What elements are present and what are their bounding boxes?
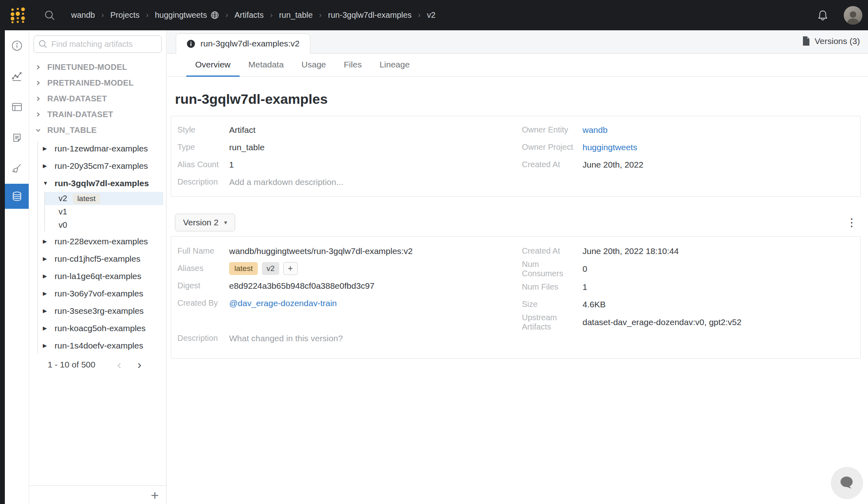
owner-project-link[interactable]: huggingtweets — [583, 143, 637, 152]
find-artifacts-input[interactable] — [34, 36, 162, 53]
field-label: Upstream Artifacts — [522, 313, 583, 332]
tree-run-1zewdmar[interactable]: ▶ run-1zewdmar-examples — [29, 140, 166, 157]
globe-icon — [211, 11, 219, 19]
pagination-prev-icon[interactable]: ‹ — [117, 361, 121, 369]
triangle-right-icon: ▶ — [43, 308, 48, 314]
field-version-description: Description What changed in this version… — [171, 330, 516, 347]
run-label: run-3gqlw7dl-examples — [55, 178, 149, 188]
breadcrumb-artifacts[interactable]: Artifacts — [234, 10, 263, 20]
field-label: Num Consumers — [522, 260, 583, 278]
version-row-v1[interactable]: v1 — [45, 205, 163, 218]
field-created-by: Created By @dav_erage-dozendav-train — [171, 294, 516, 312]
rail-info-icon[interactable] — [5, 30, 29, 61]
rail-reports-icon[interactable] — [5, 122, 29, 153]
field-value: Artifact — [229, 125, 255, 135]
tree-category-pretrained-model[interactable]: PRETRAINED-MODEL — [29, 75, 166, 91]
triangle-right-icon: ▶ — [43, 342, 48, 349]
field-full-name: Full Name wandb/huggingtweets/run-3gqlw7… — [171, 242, 516, 260]
triangle-right-icon: ▶ — [43, 290, 48, 296]
field-alias-count: Alias Count 1 — [171, 156, 516, 173]
pagination-next-icon[interactable]: › — [137, 361, 141, 369]
tree-run-3o6y7vof[interactable]: ▶ run-3o6y7vof-examples — [29, 285, 166, 302]
field-owner-entity: Owner Entity wandb — [516, 121, 861, 139]
tree-run-228evxem[interactable]: ▶ run-228evxem-examples — [29, 233, 166, 250]
tree-run-3sese3rg[interactable]: ▶ run-3sese3rg-examples — [29, 302, 166, 319]
field-label: Size — [522, 300, 583, 309]
tree-run-3gqlw7dl-selected[interactable]: ▼ run-3gqlw7dl-examples — [29, 174, 166, 192]
tree-category-raw-dataset[interactable]: RAW-DATASET — [29, 91, 166, 107]
search-icon[interactable] — [44, 9, 56, 21]
support-chat-button[interactable] — [831, 467, 863, 499]
version-row-v2[interactable]: v2 latest — [45, 192, 163, 205]
version-dropdown-button[interactable]: Version 2 ▾ — [175, 214, 235, 231]
field-style: Style Artifact — [171, 121, 516, 139]
tab-files[interactable]: Files — [335, 54, 371, 77]
alias-tag-latest[interactable]: latest — [229, 262, 258, 275]
search-icon — [38, 39, 48, 49]
artifact-tab-label: run-3gqlw7dl-examples:v2 — [200, 39, 299, 48]
chevron-right-icon — [35, 96, 41, 102]
version-label: v1 — [59, 207, 67, 216]
tab-metadata[interactable]: Metadata — [240, 54, 293, 77]
breadcrumb-version[interactable]: v2 — [427, 10, 436, 20]
rail-sweeps-icon[interactable] — [5, 153, 29, 184]
category-label: FINETUNED-MODEL — [47, 63, 127, 72]
field-num-files: Num Files 1 — [516, 278, 861, 296]
version-label: v0 — [59, 220, 67, 230]
breadcrumb-artifact-type[interactable]: run_table — [279, 10, 312, 20]
owner-entity-link[interactable]: wandb — [583, 125, 608, 135]
overview-content: run-3gqlw7dl-examples Style Artifact Typ… — [167, 91, 868, 359]
field-created-at: Created At June 20th, 2022 — [516, 156, 861, 173]
run-label: run-1s4doefv-examples — [55, 341, 143, 351]
tab-usage[interactable]: Usage — [293, 54, 335, 77]
versions-button[interactable]: Versions (3) — [802, 36, 860, 46]
triangle-down-icon: ▼ — [43, 180, 48, 186]
tree-run-20y35cm7[interactable]: ▶ run-20y35cm7-examples — [29, 157, 166, 174]
tree-category-run-table[interactable]: RUN_TABLE — [29, 122, 166, 138]
field-description: Description Add a markdown description..… — [171, 173, 516, 191]
breadcrumb-artifact-name[interactable]: run-3gqlw7dl-examples — [328, 10, 412, 20]
kebab-menu-icon[interactable]: ⋮ — [846, 217, 855, 228]
info-icon — [187, 40, 195, 48]
created-by-link[interactable]: @dav_erage-dozendav-train — [229, 298, 337, 308]
panel-footer: + — [29, 485, 166, 504]
artifact-version-tab[interactable]: run-3gqlw7dl-examples:v2 — [176, 34, 310, 54]
rail-charts-icon[interactable] — [5, 61, 29, 92]
version-description-placeholder[interactable]: What changed in this version? — [229, 334, 343, 343]
triangle-right-icon: ▶ — [43, 163, 48, 169]
wandb-logo-icon[interactable] — [9, 6, 27, 25]
field-label: Created By — [177, 298, 229, 308]
description-placeholder[interactable]: Add a markdown description... — [229, 177, 343, 187]
tree-run-1s4doefv[interactable]: ▶ run-1s4doefv-examples — [29, 337, 166, 354]
tree-category-train-dataset[interactable]: TRAIN-DATASET — [29, 107, 166, 122]
field-value: 0 — [583, 264, 588, 274]
user-avatar[interactable] — [844, 6, 862, 25]
add-alias-button[interactable]: + — [283, 262, 298, 275]
tree-run-koacg5oh[interactable]: ▶ run-koacg5oh-examples — [29, 319, 166, 337]
breadcrumb-project[interactable]: huggingtweets — [155, 10, 219, 20]
version-row-v0[interactable]: v0 — [45, 218, 163, 232]
chevron-down-icon — [35, 127, 41, 133]
add-artifact-button[interactable]: + — [151, 489, 159, 501]
category-label: RAW-DATASET — [47, 94, 107, 103]
tree-category-finetuned-model[interactable]: FINETUNED-MODEL — [29, 59, 166, 75]
page-title: run-3gqlw7dl-examples — [175, 91, 861, 107]
breadcrumb-separator: › — [319, 11, 322, 19]
tree-run-cd1jhcf5[interactable]: ▶ run-cd1jhcf5-examples — [29, 250, 166, 267]
breadcrumb-entity[interactable]: wandb — [71, 10, 95, 20]
bell-icon[interactable] — [816, 9, 829, 22]
field-label: Alias Count — [177, 160, 229, 169]
triangle-right-icon: ▶ — [43, 256, 48, 262]
tab-lineage[interactable]: Lineage — [371, 54, 419, 77]
breadcrumb-projects[interactable]: Projects — [110, 10, 139, 20]
field-digest: Digest e8d9224a3b65b948cf0a388e0fbd3c97 — [171, 277, 516, 294]
rail-artifacts-database-icon[interactable] — [5, 184, 29, 209]
field-value: 1 — [583, 282, 588, 292]
rail-tables-icon[interactable] — [5, 92, 29, 122]
alias-tag-v2[interactable]: v2 — [262, 262, 279, 275]
tree-run-la1ge6qt[interactable]: ▶ run-la1ge6qt-examples — [29, 267, 166, 285]
tab-overview[interactable]: Overview — [186, 54, 240, 77]
breadcrumb-separator: › — [225, 11, 228, 19]
breadcrumb-separator: › — [101, 11, 104, 19]
run-label: run-cd1jhcf5-examples — [55, 254, 140, 264]
